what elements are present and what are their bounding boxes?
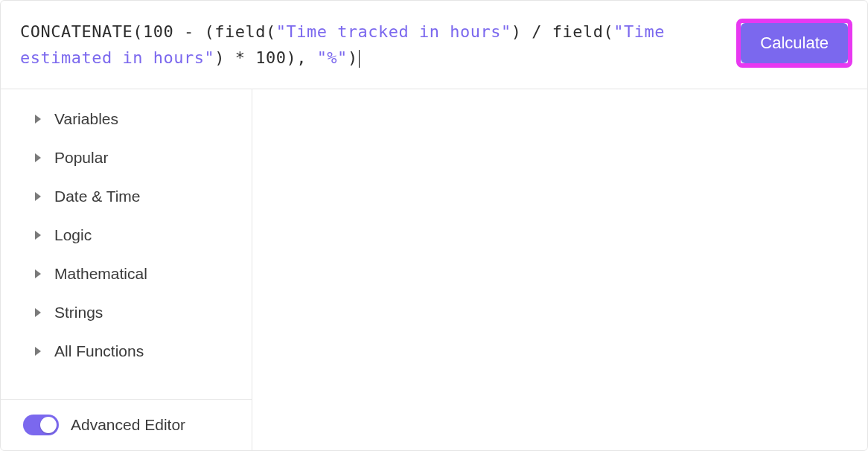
- category-list: VariablesPopularDate & TimeLogicMathemat…: [1, 89, 252, 399]
- category-label: All Functions: [54, 342, 144, 360]
- chevron-right-icon: [35, 115, 41, 124]
- chevron-right-icon: [35, 269, 41, 278]
- category-item[interactable]: Mathematical: [1, 255, 252, 293]
- category-item[interactable]: Strings: [1, 293, 252, 332]
- chevron-right-icon: [35, 153, 41, 162]
- advanced-editor-row: Advanced Editor: [1, 399, 252, 450]
- chevron-right-icon: [35, 231, 41, 240]
- category-item[interactable]: All Functions: [1, 332, 252, 371]
- category-item[interactable]: Logic: [1, 216, 252, 255]
- formula-input[interactable]: CONCATENATE(100 - (field("Time tracked i…: [20, 19, 721, 71]
- calculate-highlight: Calculate: [736, 19, 852, 68]
- category-item[interactable]: Popular: [1, 138, 252, 177]
- category-label: Strings: [54, 304, 103, 322]
- calculate-button[interactable]: Calculate: [741, 23, 848, 63]
- toggle-knob: [40, 417, 57, 433]
- body-area: VariablesPopularDate & TimeLogicMathemat…: [1, 89, 867, 450]
- category-label: Logic: [54, 226, 92, 244]
- category-label: Variables: [54, 110, 118, 128]
- formula-editor: CONCATENATE(100 - (field("Time tracked i…: [0, 0, 868, 451]
- advanced-editor-label: Advanced Editor: [71, 416, 185, 434]
- chevron-right-icon: [35, 192, 41, 201]
- sidebar: VariablesPopularDate & TimeLogicMathemat…: [1, 89, 252, 450]
- category-label: Popular: [54, 149, 108, 167]
- category-label: Date & Time: [54, 188, 141, 205]
- category-item[interactable]: Variables: [1, 100, 252, 138]
- category-label: Mathematical: [54, 265, 147, 283]
- chevron-right-icon: [35, 308, 41, 317]
- formula-bar: CONCATENATE(100 - (field("Time tracked i…: [1, 1, 867, 89]
- advanced-editor-toggle[interactable]: [23, 415, 59, 435]
- category-item[interactable]: Date & Time: [1, 177, 252, 216]
- detail-area: [252, 89, 867, 450]
- chevron-right-icon: [35, 347, 41, 356]
